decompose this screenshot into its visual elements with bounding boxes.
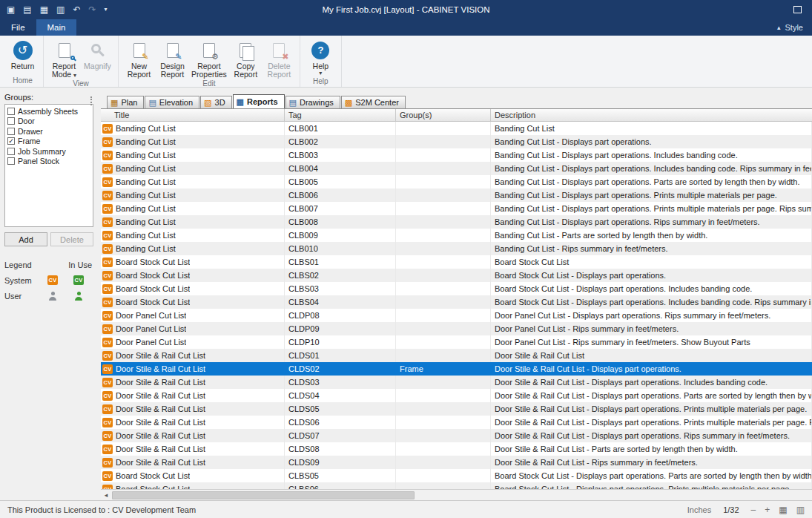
row-title-cell: CVDoor Panel Cut List	[101, 309, 285, 322]
checkbox-panel-stock[interactable]	[7, 157, 15, 165]
tab-drawings[interactable]: ▤Drawings	[285, 96, 340, 108]
row-groups	[396, 469, 491, 482]
table-row[interactable]: CVDoor Panel Cut ListCLDP09Door Panel Cu…	[101, 322, 812, 335]
quick-access-toolbar: ▣▤▦▥↶↷▾	[0, 5, 108, 14]
column-header-title[interactable]: Title	[101, 109, 285, 121]
sidebar-item-drawer[interactable]: Drawer	[5, 126, 93, 137]
table-row[interactable]: CVBoard Stock Cut ListCLBS05Board Stock …	[101, 469, 812, 482]
table-row[interactable]: CVBoard Stock Cut ListCLBS02Board Stock …	[101, 269, 812, 282]
row-groups	[396, 215, 491, 229]
table-row[interactable]: CVDoor Stile & Rail Cut ListCLDS05Door S…	[101, 402, 812, 416]
menu-tab-file[interactable]: File	[0, 19, 36, 36]
report-properties-button[interactable]: Report Properties	[189, 39, 229, 79]
row-tag: CLB006	[285, 188, 396, 202]
row-title-cell: CVDoor Panel Cut List	[101, 322, 285, 335]
grid-view-icon[interactable]: ▦	[779, 505, 787, 514]
table-row[interactable]: CVDoor Stile & Rail Cut ListCLDS02FrameD…	[101, 362, 812, 376]
report-mode-button[interactable]: Report Mode ▾	[47, 39, 81, 79]
table-row[interactable]: CVDoor Stile & Rail Cut ListCLDS07Door S…	[101, 429, 812, 442]
table-row[interactable]: CVBanding Cut ListCLB004Banding Cut List…	[101, 162, 812, 175]
row-description: Door Panel Cut List - Rips summary in fe…	[491, 322, 812, 335]
cv-report-icon: CV	[102, 378, 113, 387]
tab-s2m-center[interactable]: ▩S2M Center	[341, 96, 406, 108]
sidebar-item-assembly-sheets[interactable]: Assembly Sheets	[5, 106, 93, 117]
checkbox-assembly-sheets[interactable]	[7, 108, 15, 115]
sheet-view-icon[interactable]: ▥	[796, 505, 805, 514]
sidebar-item-frame[interactable]: ✓Frame	[5, 137, 93, 147]
add-group-button[interactable]: Add	[4, 232, 47, 246]
zoom-in-icon[interactable]: +	[765, 505, 770, 514]
row-description: Board Stock Cut List - Displays part ope…	[491, 469, 812, 482]
zoom-out-icon[interactable]: –	[751, 505, 756, 514]
copy-report-button[interactable]: Copy Report	[229, 39, 263, 79]
ribbon-group-edit: New Report Design Report Report Properti…	[119, 36, 300, 87]
row-tag: CLDS06	[285, 416, 396, 429]
table-row[interactable]: CVDoor Stile & Rail Cut ListCLDS03Door S…	[101, 376, 812, 389]
tab-elevation[interactable]: ▤Elevation	[145, 96, 199, 108]
return-button[interactable]: ↺ Return	[6, 39, 39, 71]
table-row[interactable]: CVBanding Cut ListCLB009Banding Cut List…	[101, 229, 812, 242]
maximize-button[interactable]	[793, 6, 802, 13]
checkbox-drawer[interactable]	[7, 128, 15, 135]
screen-icon[interactable]: ▤	[23, 5, 31, 14]
checkbox-job-summary[interactable]	[7, 148, 15, 155]
sidebar-item-panel-stock[interactable]: Panel Stock	[5, 157, 93, 167]
table-row[interactable]: CVBanding Cut ListCLB001Banding Cut List	[101, 122, 812, 135]
table-row[interactable]: CVBoard Stock Cut ListCLBS04Board Stock …	[101, 295, 812, 309]
menu-tab-main[interactable]: Main	[36, 19, 77, 36]
table-row[interactable]: CVBanding Cut ListCLB008Banding Cut List…	[101, 215, 812, 229]
scroll-left-icon[interactable]: ◂	[101, 491, 111, 500]
horizontal-scrollbar[interactable]: ◂	[101, 489, 812, 500]
scrollbar-thumb[interactable]	[112, 491, 415, 499]
table-row[interactable]: CVDoor Stile & Rail Cut ListCLDS06Door S…	[101, 416, 812, 429]
row-title-cell: CVDoor Stile & Rail Cut List	[101, 389, 285, 402]
table-row[interactable]: CVDoor Stile & Rail Cut ListCLDS08Door S…	[101, 442, 812, 456]
column-header-tag[interactable]: Tag	[285, 109, 396, 121]
splitter-handle[interactable]	[90, 96, 92, 105]
collapse-ribbon-icon[interactable]: ▴	[777, 24, 781, 31]
table-row[interactable]: CVBanding Cut ListCLB007Banding Cut List…	[101, 202, 812, 215]
design-report-button[interactable]: Design Report	[156, 39, 189, 79]
report-toolbar-icon[interactable]: ▥	[56, 5, 65, 14]
style-button[interactable]: Style	[785, 23, 803, 32]
row-title-cell: CVDoor Stile & Rail Cut List	[101, 429, 285, 442]
table-row[interactable]: CVBanding Cut ListCLB005Banding Cut List…	[101, 175, 812, 188]
undo-icon[interactable]: ↶	[73, 5, 80, 14]
group-item-label: Door	[18, 117, 35, 125]
table-row[interactable]: CVBoard Stock Cut ListCLBS06Board Stock …	[101, 482, 812, 489]
checkbox-door[interactable]	[7, 117, 15, 125]
group-item-label: Drawer	[18, 127, 43, 136]
sidebar-item-job-summary[interactable]: Job Summary	[5, 146, 93, 157]
redo-icon[interactable]: ↷	[88, 5, 96, 14]
cv-report-icon: CV	[102, 458, 113, 468]
tab-3d[interactable]: ▧3D	[200, 96, 231, 108]
row-description: Door Panel Cut List - Displays part oper…	[491, 309, 812, 322]
row-description: Door Stile & Rail Cut List - Parts are s…	[491, 442, 812, 456]
sidebar-item-door[interactable]: Door	[5, 117, 93, 127]
table-row[interactable]: CVBoard Stock Cut ListCLBS01Board Stock …	[101, 255, 812, 269]
row-description: Board Stock Cut List - Displays part ope…	[491, 482, 812, 489]
row-groups	[396, 122, 491, 135]
tab-reports[interactable]: ▦Reports	[233, 94, 285, 108]
table-row[interactable]: CVBoard Stock Cut ListCLBS03Board Stock …	[101, 282, 812, 295]
table-row[interactable]: CVBanding Cut ListCLB006Banding Cut List…	[101, 188, 812, 202]
table-row[interactable]: CVBanding Cut ListCLB002Banding Cut List…	[101, 135, 812, 148]
table-row[interactable]: CVBanding Cut ListCLB003Banding Cut List…	[101, 148, 812, 162]
elevation-icon: ▤	[148, 99, 156, 107]
checkbox-frame[interactable]: ✓	[7, 137, 15, 145]
table-row[interactable]: CVDoor Stile & Rail Cut ListCLDS09Door S…	[101, 456, 812, 469]
qat-dropdown-icon[interactable]: ▾	[105, 7, 108, 13]
table-row[interactable]: CVBanding Cut ListCLB010Banding Cut List…	[101, 242, 812, 255]
app-icon[interactable]: ▣	[7, 5, 15, 14]
table-row[interactable]: CVDoor Panel Cut ListCLDP08Door Panel Cu…	[101, 309, 812, 322]
table-row[interactable]: CVDoor Stile & Rail Cut ListCLDS01Door S…	[101, 349, 812, 362]
table-row[interactable]: CVDoor Stile & Rail Cut ListCLDS04Door S…	[101, 389, 812, 402]
column-header-groups[interactable]: Group(s)	[396, 109, 491, 121]
new-report-button[interactable]: New Report	[122, 39, 156, 79]
tab-plan[interactable]: ▦Plan	[107, 96, 144, 108]
column-header-description[interactable]: Description	[491, 109, 812, 121]
table-row[interactable]: CVDoor Panel Cut ListCLDP10Door Panel Cu…	[101, 335, 812, 349]
help-button[interactable]: ? Help ▾	[304, 39, 337, 77]
save-icon[interactable]: ▦	[40, 5, 48, 14]
row-tag: CLBS04	[285, 295, 396, 309]
